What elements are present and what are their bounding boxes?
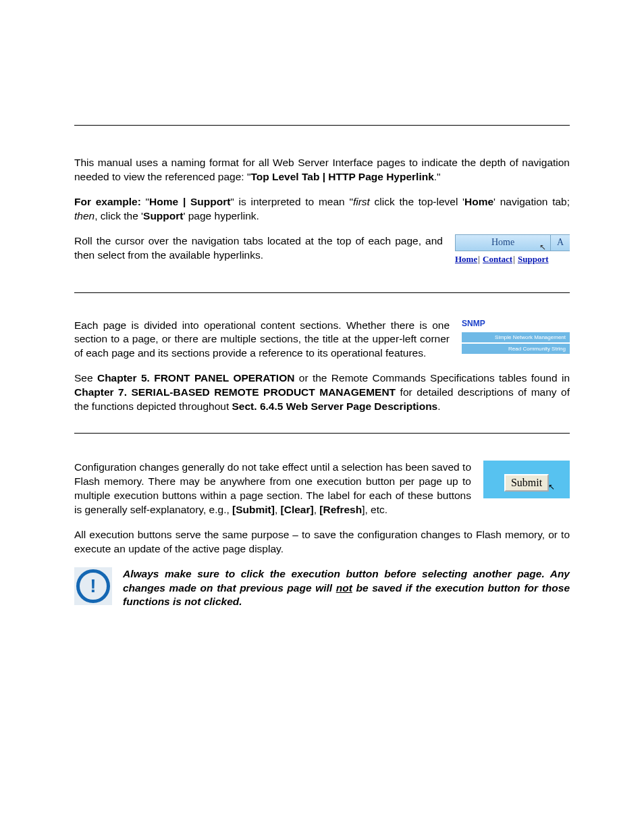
text: or the Remote Commands Specifications ta… [294, 372, 570, 384]
text: " is interpreted to mean " [230, 196, 353, 207]
snmp-row: Read Community String [462, 344, 570, 354]
text-bold: [Clear] [281, 504, 314, 515]
section-content-sections: SNMP Simple Network Management Read Comm… [74, 293, 570, 415]
text: , [275, 504, 281, 515]
info-warning-icon: ! [74, 567, 112, 605]
text-italic: first [353, 196, 370, 207]
submit-button-graphic: Submit [504, 474, 549, 492]
text-bold: Home [464, 196, 493, 207]
paragraph: This manual uses a naming format for all… [74, 156, 570, 184]
text: ], etc. [362, 504, 387, 515]
document-page: This manual uses a naming format for all… [0, 125, 644, 663]
text: " [141, 196, 149, 207]
paragraph: See Chapter 5. FRONT PANEL OPERATION or … [74, 371, 570, 414]
nav-tab-label: A [557, 237, 564, 247]
text: , click the ' [95, 210, 143, 221]
text: See [74, 372, 97, 384]
text-bold: Support [143, 210, 183, 221]
separator: | [478, 254, 480, 264]
text-underline: not [336, 582, 352, 594]
figure-submit-button: Submit ↖ [483, 461, 570, 498]
text-italic: then [74, 210, 95, 221]
nav-tab-partial: A [551, 234, 570, 251]
snmp-row: Simple Network Management [462, 332, 570, 342]
nav-tab-label: Home [491, 237, 514, 247]
paragraph: For example: "Home | Support" is interpr… [74, 195, 570, 224]
section-execution-buttons: Submit ↖ Configuration changes generally… [74, 434, 570, 609]
text: . [437, 400, 440, 412]
text: click the top-level ' [370, 196, 464, 207]
section-navigation-format: This manual uses a naming format for all… [74, 126, 570, 273]
text-bold: Sect. 6.4.5 Web Server Page Descriptions [232, 400, 438, 412]
text-bold: Top Level Tab | HTTP Page Hyperlink [250, 171, 433, 182]
warning-callout: ! Always make sure to click the executio… [74, 567, 570, 610]
text-bold: For example: [74, 196, 141, 207]
nav-hyperlinks: Home| Contact| Support [455, 254, 570, 265]
nav-link-support: Support [518, 254, 549, 264]
nav-link-home: Home [455, 254, 477, 264]
paragraph-with-figure: Home ↖ A Home| Contact| Support Roll the… [74, 234, 570, 273]
text-bold: Chapter 5. FRONT PANEL OPERATION [97, 372, 294, 384]
text: ' navigation tab; [493, 196, 570, 207]
nav-tabs-row: Home ↖ A [455, 234, 570, 251]
nav-tab-home: Home ↖ [455, 234, 551, 251]
text: ' page hyperlink. [183, 210, 259, 221]
text-bold: Home | Support [149, 196, 230, 207]
cursor-arrow-icon: ↖ [548, 482, 555, 492]
figure-snmp-section: SNMP Simple Network Management Read Comm… [462, 319, 570, 355]
text: , [314, 504, 320, 515]
text-bold: [Refresh [319, 504, 362, 515]
separator: | [513, 254, 515, 264]
figure-nav-tabs: Home ↖ A Home| Contact| Support [455, 234, 570, 265]
text-bold: [Submit] [232, 504, 275, 515]
paragraph-with-figure: SNMP Simple Network Management Read Comm… [74, 319, 570, 372]
paragraph: All execution buttons serve the same pur… [74, 528, 570, 556]
snmp-title: SNMP [462, 319, 570, 328]
paragraph-with-figure: Submit ↖ Configuration changes generally… [74, 461, 570, 528]
text-bold: Chapter 7. SERIAL-BASED REMOTE PRODUCT M… [74, 386, 396, 398]
warning-text: Always make sure to click the execution … [123, 567, 570, 610]
nav-link-contact: Contact [483, 254, 512, 264]
cursor-hand-icon: ↖ [539, 242, 546, 253]
text: ." [434, 171, 441, 182]
